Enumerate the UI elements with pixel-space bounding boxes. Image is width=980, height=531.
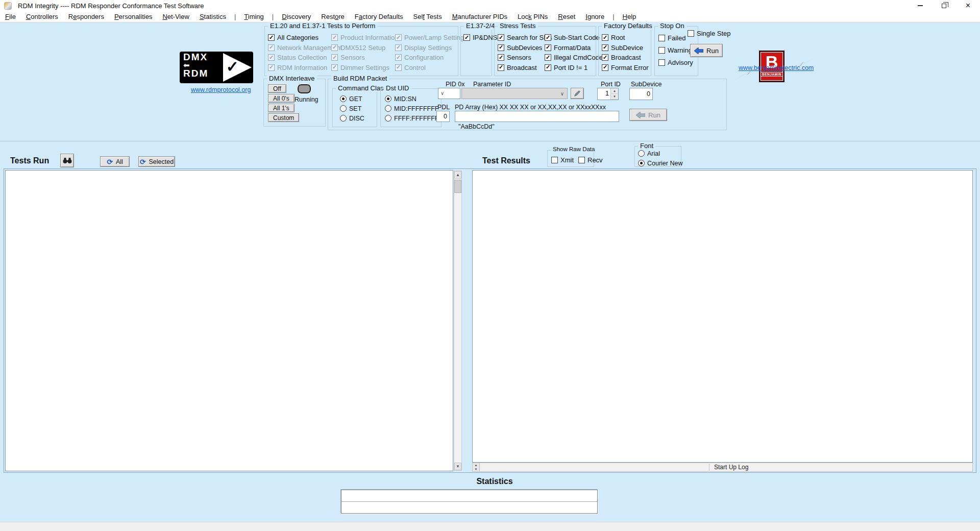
- checkbox-box[interactable]: [498, 54, 504, 61]
- menu-item-factory-defaults[interactable]: Factory Defaults: [350, 11, 408, 22]
- run-button[interactable]: Run: [690, 44, 723, 57]
- minimize-button[interactable]: [908, 0, 932, 11]
- checkbox-single-step[interactable]: Single Step: [688, 29, 731, 39]
- menu-item-timing[interactable]: Timing: [239, 11, 269, 22]
- tests-scrollbar[interactable]: ▲ ▼: [454, 171, 462, 471]
- subdevice-field[interactable]: 0: [629, 88, 653, 100]
- radio-dot[interactable]: [340, 95, 347, 102]
- menu-item-personalities[interactable]: Personalities: [109, 11, 157, 22]
- radio-ffff-ffffffff[interactable]: FFFF:FFFFFFFF: [385, 113, 443, 123]
- radio-get[interactable]: GET: [340, 94, 364, 104]
- menu-item-manufacturer-pids[interactable]: Manufacturer PIDs: [447, 11, 512, 22]
- checkbox-box[interactable]: [545, 64, 551, 71]
- menu-item-lock-pins[interactable]: Lock PINs: [512, 11, 553, 22]
- scroll-down-button[interactable]: ▼: [454, 463, 461, 470]
- checkbox-box[interactable]: [498, 64, 504, 71]
- checkbox-subdevice[interactable]: SubDevice: [602, 43, 649, 53]
- radio-dot[interactable]: [385, 95, 391, 102]
- menu-item-restore[interactable]: Restore: [316, 11, 350, 22]
- log-spinner[interactable]: ▲▼: [473, 463, 480, 471]
- checkbox-box[interactable]: [602, 44, 608, 51]
- maximize-button[interactable]: [932, 0, 956, 11]
- checkbox-broadcast[interactable]: Broadcast: [602, 53, 649, 63]
- checkbox-sensors[interactable]: Sensors: [498, 53, 552, 63]
- checkbox-sub-start-code[interactable]: Sub-Start Code: [545, 33, 603, 43]
- menu-item-ignore[interactable]: Ignore: [580, 11, 609, 22]
- custom-button[interactable]: Custom: [268, 113, 299, 122]
- checkbox-box[interactable]: [602, 34, 608, 41]
- packet-run-button[interactable]: Run: [629, 109, 667, 121]
- checkbox-recv[interactable]: Recv: [578, 155, 603, 165]
- rdmprotocol-link[interactable]: www.rdmprotocol.org: [191, 86, 251, 93]
- checkbox-box[interactable]: [578, 157, 585, 163]
- checkbox-warning[interactable]: Warning: [658, 44, 693, 56]
- menu-item-self-tests[interactable]: Self Tests: [408, 11, 447, 22]
- checkbox-box[interactable]: [498, 44, 504, 51]
- radio-dot[interactable]: [638, 150, 645, 157]
- off-button[interactable]: Off: [268, 84, 286, 93]
- rerun-selected-button[interactable]: ⟳ Selected: [138, 156, 175, 167]
- checkbox-ip-dns[interactable]: IP&DNS: [463, 33, 497, 43]
- radio-dot[interactable]: [340, 115, 347, 122]
- radio-arial[interactable]: Arial: [638, 149, 682, 158]
- close-button[interactable]: ×: [956, 0, 980, 11]
- checkbox-subdevices[interactable]: SubDevices: [498, 43, 552, 53]
- checkbox-box[interactable]: [658, 47, 665, 54]
- checkbox-root[interactable]: Root: [602, 33, 649, 43]
- radio-dot[interactable]: [340, 105, 347, 112]
- tests-run-list[interactable]: [5, 170, 453, 471]
- menu-item-controllers[interactable]: Controllers: [21, 11, 63, 22]
- checkbox-box[interactable]: [545, 34, 551, 41]
- menu-item-help[interactable]: Help: [618, 11, 642, 22]
- checkbox-box[interactable]: [545, 54, 551, 61]
- radio-courier-new[interactable]: Courier New: [638, 158, 682, 168]
- all-1-s-button[interactable]: All 1's: [268, 104, 295, 112]
- checkbox-illegal-cmdcode[interactable]: Illegal CmdCode: [545, 53, 603, 63]
- checkbox-format-data[interactable]: Format/Data: [545, 43, 603, 53]
- radio-mid-sn[interactable]: MID:SN: [385, 94, 443, 104]
- benjaminelectric-link[interactable]: www.benjaminelectric.com: [739, 64, 814, 71]
- pd-array-field[interactable]: [455, 111, 619, 122]
- checkbox-box[interactable]: [463, 34, 470, 41]
- checkbox-box[interactable]: [545, 44, 551, 51]
- scroll-thumb[interactable]: [454, 180, 461, 193]
- pid-combobox[interactable]: ∨: [438, 88, 460, 99]
- checkbox-broadcast[interactable]: Broadcast: [498, 63, 552, 73]
- radio-disc[interactable]: DISC: [340, 113, 364, 123]
- checkbox-box[interactable]: [658, 35, 665, 41]
- menu-item-net-view[interactable]: Net-View: [157, 11, 194, 22]
- checkbox-xmit[interactable]: Xmit: [551, 155, 574, 165]
- scroll-up-button[interactable]: ▲: [454, 171, 461, 179]
- pdl-field[interactable]: 0: [436, 111, 450, 122]
- checkbox-box[interactable]: [602, 54, 608, 61]
- port-id-down-button[interactable]: ▼: [611, 94, 618, 100]
- find-button[interactable]: [60, 154, 74, 167]
- radio-dot[interactable]: [385, 115, 391, 122]
- checkbox-box[interactable]: [268, 34, 275, 41]
- parameter-picker-button[interactable]: [571, 88, 584, 99]
- port-id-stepper[interactable]: 1 ▲ ▼: [597, 88, 619, 100]
- radio-set[interactable]: SET: [340, 104, 364, 113]
- checkbox-box[interactable]: [688, 30, 694, 37]
- checkbox-box[interactable]: [498, 34, 504, 41]
- checkbox-box[interactable]: [602, 64, 608, 71]
- checkbox-format-error[interactable]: Format Error: [602, 63, 649, 73]
- menu-item-file[interactable]: File: [0, 11, 21, 22]
- menu-item-responders[interactable]: Responders: [63, 11, 109, 22]
- checkbox-port-id-1[interactable]: Port ID != 1: [545, 63, 603, 73]
- test-results-pane[interactable]: [472, 170, 973, 463]
- all-0-s-button[interactable]: All 0's: [268, 94, 295, 103]
- checkbox-box[interactable]: [658, 59, 665, 66]
- rerun-all-button[interactable]: ⟳ All: [100, 156, 130, 167]
- checkbox-advisory[interactable]: Advisory: [658, 56, 693, 68]
- menu-item-discovery[interactable]: Discovery: [277, 11, 316, 22]
- menu-item-reset[interactable]: Reset: [553, 11, 580, 22]
- radio-mid-ffffffff[interactable]: MID:FFFFFFFF: [385, 104, 443, 113]
- checkbox-search-for-sds[interactable]: Search for SDs: [498, 33, 552, 43]
- menu-item-statistics[interactable]: Statistics: [194, 11, 231, 22]
- radio-dot[interactable]: [385, 105, 391, 112]
- checkbox-box[interactable]: [551, 157, 558, 163]
- port-id-up-button[interactable]: ▲: [611, 88, 618, 94]
- parameter-id-dropdown[interactable]: ∨: [461, 88, 568, 99]
- radio-dot[interactable]: [638, 160, 645, 166]
